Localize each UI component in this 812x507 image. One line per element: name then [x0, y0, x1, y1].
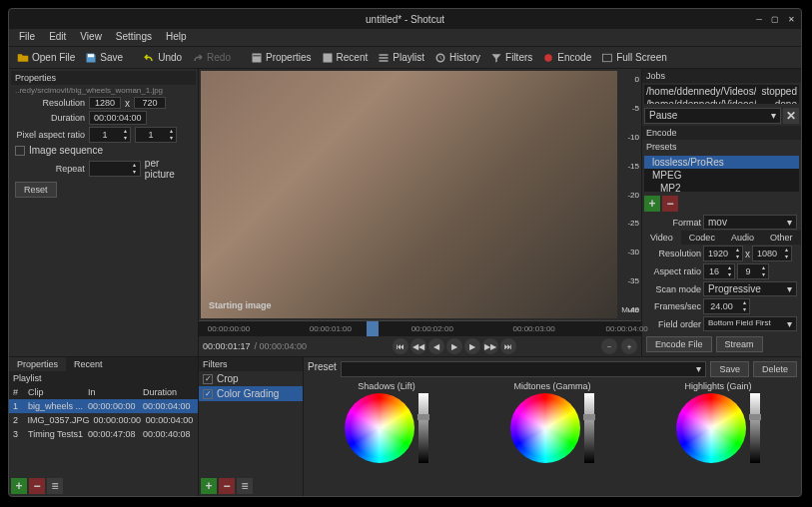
highlights-wheel[interactable]	[676, 393, 746, 463]
aspect-a-input[interactable]: ▴▾	[703, 263, 735, 279]
menu-view[interactable]: View	[74, 29, 108, 46]
playlist-row[interactable]: 1big_wheels ...00:00:00:0000:00:04:00	[9, 399, 198, 413]
duration-input[interactable]: 00:00:04:00	[89, 111, 147, 125]
current-timecode[interactable]: 00:00:01:17	[203, 341, 251, 351]
preview-area[interactable]: Starting image 0-5-10-15-20-25-30-35-40 …	[201, 71, 617, 318]
filters-button[interactable]: Filters	[486, 50, 536, 66]
preset-list[interactable]: lossless/ProRes MPEG MP2 MPEG-2 MPEG-4 M…	[644, 156, 799, 192]
menu-settings[interactable]: Settings	[110, 29, 158, 46]
midtones-slider[interactable]	[584, 393, 594, 463]
tab-other[interactable]: Other	[762, 231, 801, 245]
tab-video[interactable]: Video	[642, 231, 681, 245]
field-dropdown[interactable]: Bottom Field First▾	[703, 316, 797, 331]
repeat-input[interactable]: ▴▾	[89, 161, 141, 177]
duration-label: Duration	[15, 113, 85, 123]
preset-item[interactable]: lossless/ProRes	[644, 156, 799, 169]
menu-edit[interactable]: Edit	[43, 29, 72, 46]
preset-save-button[interactable]: Save	[710, 361, 749, 377]
job-row[interactable]: /home/ddennedy/Videos/test.movdone	[644, 98, 799, 104]
shadows-slider[interactable]	[418, 393, 428, 463]
midtones-wheel[interactable]	[510, 393, 580, 463]
mute-label[interactable]: Mute	[621, 305, 639, 314]
properties-icon	[251, 52, 263, 64]
fps-input[interactable]: ▴▾	[703, 298, 750, 314]
maximize-button[interactable]: ▢	[769, 13, 781, 25]
playlist-remove-button[interactable]: −	[29, 478, 45, 494]
aspect-b-input[interactable]: ▴▾	[737, 263, 769, 279]
preset-item[interactable]: MPEG	[644, 169, 799, 182]
preset-item[interactable]: MP2	[644, 182, 799, 192]
enc-height-input[interactable]: ▴▾	[752, 246, 792, 261]
image-sequence-checkbox[interactable]	[15, 146, 25, 156]
titlebar: untitled* - Shotcut ─ ▢ ✕	[9, 9, 801, 29]
preset-dropdown[interactable]: ▾	[341, 361, 707, 377]
tab-codec[interactable]: Codec	[681, 231, 723, 245]
tab-audio[interactable]: Audio	[723, 231, 762, 245]
save-icon	[85, 52, 97, 64]
resolution-width-input[interactable]	[89, 97, 121, 109]
playhead[interactable]	[367, 321, 379, 336]
history-button[interactable]: History	[430, 50, 484, 66]
play-button[interactable]: ▶	[446, 338, 462, 354]
zoom-out-button[interactable]: －	[601, 338, 617, 354]
scan-dropdown[interactable]: Progressive▾	[703, 281, 797, 296]
open-file-button[interactable]: Open File	[13, 50, 79, 66]
filter-menu-button[interactable]: ≡	[237, 478, 253, 494]
rewind-button[interactable]: ◀◀	[410, 338, 426, 354]
filter-add-button[interactable]: +	[201, 478, 217, 494]
prev-frame-button[interactable]: ◀	[428, 338, 444, 354]
enc-width-input[interactable]: ▴▾	[703, 246, 743, 261]
redo-icon	[192, 52, 204, 64]
playlist-add-button[interactable]: +	[11, 478, 27, 494]
redo-button[interactable]: Redo	[188, 50, 235, 66]
playlist-button[interactable]: Playlist	[374, 50, 428, 66]
tab-properties[interactable]: Properties	[9, 357, 66, 371]
color-grading-panel: Preset ▾ Save Delete Shadows (Lift) Mid	[304, 357, 801, 496]
preset-remove-button[interactable]: −	[662, 196, 678, 212]
undo-button[interactable]: Undo	[139, 50, 186, 66]
stream-button[interactable]: Stream	[716, 336, 763, 352]
zoom-in-button[interactable]: ＋	[621, 338, 637, 354]
save-button[interactable]: Save	[81, 50, 127, 66]
playlist-columns: # Clip In Duration	[9, 385, 198, 399]
playlist-row[interactable]: 3Timing Tests100:00:47:0800:00:40:08	[9, 427, 198, 441]
recent-button[interactable]: Recent	[318, 50, 373, 66]
properties-button[interactable]: Properties	[247, 50, 316, 66]
encode-button[interactable]: Encode	[538, 50, 595, 66]
filter-checkbox[interactable]: ✓	[203, 389, 213, 399]
fullscreen-button[interactable]: Full Screen	[597, 50, 671, 66]
filter-remove-button[interactable]: −	[219, 478, 235, 494]
skip-end-button[interactable]: ⏭	[500, 338, 516, 354]
svg-rect-6	[603, 54, 612, 62]
playlist-menu-button[interactable]: ≡	[47, 478, 63, 494]
forward-button[interactable]: ▶▶	[482, 338, 498, 354]
properties-panel: Properties ..redy/srcimovit/big_wheels_w…	[9, 69, 198, 201]
preset-delete-button[interactable]: Delete	[753, 361, 797, 377]
skip-start-button[interactable]: ⏮	[393, 338, 408, 354]
menu-file[interactable]: File	[13, 29, 41, 46]
format-dropdown[interactable]: mov▾	[703, 215, 797, 230]
playlist-row[interactable]: 2IMG_0357.JPG00:00:00:0000:00:04:00	[9, 413, 198, 427]
timeline-ruler[interactable]: 00:00:00:00 00:00:01:00 00:00:02:00 00:0…	[199, 320, 641, 336]
reset-button[interactable]: Reset	[15, 182, 57, 198]
tab-recent[interactable]: Recent	[66, 357, 111, 371]
preset-add-button[interactable]: +	[644, 196, 660, 212]
job-remove-button[interactable]: ✕	[783, 108, 799, 124]
filter-item-crop[interactable]: ✓ Crop	[199, 371, 303, 386]
filter-checkbox[interactable]: ✓	[203, 374, 213, 384]
recent-icon	[322, 52, 334, 64]
minimize-button[interactable]: ─	[753, 13, 765, 25]
close-button[interactable]: ✕	[785, 13, 797, 25]
job-row[interactable]: /home/ddennedy/Videos/test.movstopped	[644, 85, 799, 98]
par-a-input[interactable]: ▴▾	[89, 127, 131, 143]
resolution-height-input[interactable]	[134, 97, 166, 109]
shadows-label: Shadows (Lift)	[358, 381, 415, 391]
highlights-slider[interactable]	[750, 393, 760, 463]
pause-dropdown[interactable]: Pause▾	[644, 108, 781, 124]
menu-help[interactable]: Help	[160, 29, 193, 46]
par-b-input[interactable]: ▴▾	[135, 127, 177, 143]
shadows-wheel[interactable]	[345, 393, 414, 463]
encode-file-button[interactable]: Encode File	[646, 336, 712, 352]
filter-item-color-grading[interactable]: ✓ Color Grading	[199, 386, 303, 401]
next-frame-button[interactable]: ▶	[464, 338, 480, 354]
